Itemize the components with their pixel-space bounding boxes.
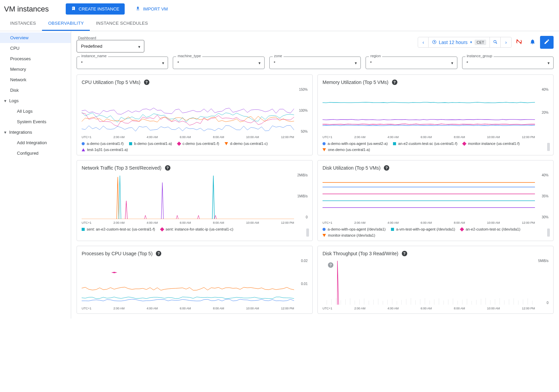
bookmark-plus-icon bbox=[71, 6, 76, 12]
legend-item[interactable]: monitor-instance (/dev/sda1) bbox=[323, 233, 375, 237]
time-prev-button[interactable]: ‹ bbox=[418, 37, 429, 48]
clock-icon bbox=[432, 40, 437, 45]
create-instance-button[interactable]: CREATE INSTANCE bbox=[66, 3, 125, 15]
legend-item[interactable]: test-1q31 (us-central1-a) bbox=[82, 148, 128, 152]
pencil-icon bbox=[544, 39, 550, 46]
legend-label: monitor-instance (/dev/sda1) bbox=[328, 233, 375, 237]
legend-item[interactable]: sent: an-e2-custom-test-sc (us-central1-… bbox=[82, 227, 155, 231]
filter-instance-group[interactable]: * bbox=[462, 57, 554, 69]
import-vm-button[interactable]: IMPORT VM bbox=[131, 3, 172, 15]
legend-label: an-e2-custom-test-sc (us-central1-f) bbox=[398, 141, 457, 146]
filter-region[interactable]: * bbox=[366, 57, 457, 69]
sidebar-item-system-events[interactable]: System Events bbox=[0, 116, 71, 127]
chart-card: CPU Utilization (Top 5 VMs)?150%100%50%U… bbox=[77, 74, 313, 155]
main: Dashboard Predefined ▼ ‹ L bbox=[71, 31, 559, 319]
chart-title: Memory Utilization (Top 5 VMs) bbox=[323, 80, 389, 85]
import-vm-label: IMPORT VM bbox=[143, 6, 168, 12]
sidebar-item-memory[interactable]: Memory bbox=[0, 64, 71, 74]
x-axis: UTC+12:00 AM4:00 AM6:00 AM8:00 AM10:00 A… bbox=[82, 221, 294, 224]
filter-label: machine_type bbox=[176, 54, 202, 58]
legend-marker-icon bbox=[82, 148, 85, 151]
legend-item[interactable]: c-demo (us-central1-f) bbox=[178, 141, 219, 146]
time-search-button[interactable] bbox=[490, 37, 501, 48]
tab-instance-schedules[interactable]: INSTANCE SCHEDULES bbox=[90, 17, 154, 31]
help-icon[interactable]: ? bbox=[156, 251, 161, 256]
chart-card: Network Traffic (Top 3 Sent/Received)?2M… bbox=[77, 160, 313, 241]
chart-plot[interactable]: ? bbox=[323, 259, 535, 305]
sidebar-group-integrations[interactable]: ▼ Integrations bbox=[0, 127, 71, 137]
legend-label: sent: instance-for-static-ip (us-central… bbox=[166, 227, 233, 231]
sidebar-item-disk[interactable]: Disk bbox=[0, 85, 71, 95]
sidebar-item-add-integration[interactable]: Add Integration bbox=[0, 137, 71, 148]
chevron-left-icon: ‹ bbox=[422, 40, 424, 45]
auto-refresh-off-button[interactable] bbox=[513, 36, 525, 48]
legend-marker-icon bbox=[323, 228, 326, 231]
sidebar-group-logs[interactable]: ▼ Logs bbox=[0, 95, 71, 106]
page-title: VM instances bbox=[4, 5, 49, 14]
scrollbar[interactable] bbox=[306, 228, 309, 237]
chart-plot[interactable] bbox=[323, 88, 535, 133]
legend-item[interactable]: a-vm-test-with-op-agent (/dev/sda1) bbox=[391, 227, 455, 231]
legend-item[interactable]: d-demo (us-central1-c) bbox=[225, 141, 268, 146]
legend-marker-icon bbox=[393, 142, 396, 145]
x-axis: UTC+12:00 AM4:00 AM6:00 AM8:00 AM10:00 A… bbox=[323, 307, 535, 310]
help-icon[interactable]: ? bbox=[384, 165, 389, 171]
filter-label: instance_name bbox=[80, 54, 108, 58]
legend-marker-icon bbox=[82, 228, 85, 231]
chart-plot[interactable] bbox=[323, 173, 535, 219]
chart-title: Network Traffic (Top 3 Sent/Received) bbox=[82, 165, 162, 171]
legend-item[interactable]: b-demo (us-central1-a) bbox=[129, 141, 172, 146]
legend-label: a-vm-test-with-op-agent (/dev/sda1) bbox=[396, 227, 455, 231]
sidebar-item-all-logs[interactable]: All Logs bbox=[0, 106, 71, 116]
sidebar-item-configured[interactable]: Configured bbox=[0, 148, 71, 158]
legend-item[interactable]: one-demo (us-central1-a) bbox=[323, 148, 370, 152]
refresh-off-icon bbox=[516, 39, 522, 46]
legend-item[interactable]: an-e2-custom-test-sc (us-central1-f) bbox=[393, 141, 457, 146]
filter-machine-type[interactable]: * bbox=[173, 57, 264, 69]
alert-button[interactable] bbox=[526, 36, 539, 48]
time-range-button[interactable]: Last 12 hours ▼ CET bbox=[429, 37, 490, 48]
scrollbar[interactable] bbox=[547, 228, 550, 237]
edit-button[interactable] bbox=[540, 36, 554, 49]
sidebar-item-network[interactable]: Network bbox=[0, 74, 71, 85]
x-axis: UTC+12:00 AM4:00 AM6:00 AM8:00 AM10:00 A… bbox=[82, 307, 294, 310]
tab-observability[interactable]: OBSERVABILITY bbox=[42, 17, 90, 31]
filter-zone[interactable]: * bbox=[269, 57, 361, 69]
chart-card: Disk Throughput (Top 3 Read/Write)??5MiB… bbox=[317, 246, 554, 314]
help-icon[interactable]: ? bbox=[144, 80, 149, 85]
legend-label: a-demo-with-ops-agent (/dev/sda1) bbox=[328, 227, 386, 231]
legend-item[interactable]: a-demo (us-central1-f) bbox=[82, 141, 124, 146]
chart-plot[interactable] bbox=[82, 173, 294, 219]
sidebar: Overview CPU Processes Memory Network Di… bbox=[0, 31, 71, 319]
legend-marker-icon bbox=[160, 227, 164, 232]
info-icon[interactable]: ? bbox=[328, 262, 333, 268]
y-axis: 150%100%50% bbox=[299, 88, 308, 133]
sidebar-item-cpu[interactable]: CPU bbox=[0, 43, 71, 53]
tab-instances[interactable]: INSTANCES bbox=[4, 17, 42, 31]
sidebar-item-processes[interactable]: Processes bbox=[0, 53, 71, 64]
filters: instance_name*▼ machine_type*▼ zone*▼ re… bbox=[77, 57, 554, 69]
filter-label: zone bbox=[273, 54, 284, 58]
legend-marker-icon bbox=[323, 142, 326, 145]
legend-item[interactable]: a-demo-with-ops-agent (/dev/sda1) bbox=[323, 227, 386, 231]
legend-item[interactable]: a-demo-with-ops-agent (us-west2-a) bbox=[323, 141, 388, 146]
legend-label: a-demo-with-ops-agent (us-west2-a) bbox=[328, 141, 388, 146]
help-icon[interactable]: ? bbox=[402, 251, 407, 256]
legend-item[interactable]: monitor-instance (us-central1-f) bbox=[463, 141, 520, 146]
time-next-button[interactable]: › bbox=[501, 37, 512, 48]
sidebar-item-overview[interactable]: Overview bbox=[0, 32, 71, 43]
y-axis: 2MiB/s1MiB/s0 bbox=[297, 173, 308, 219]
legend-marker-icon bbox=[323, 148, 326, 151]
x-axis: UTC+12:00 AM4:00 AM6:00 AM8:00 AM10:00 A… bbox=[323, 221, 535, 224]
help-icon[interactable]: ? bbox=[165, 165, 170, 171]
x-axis: UTC+12:00 AM4:00 AM6:00 AM8:00 AM10:00 A… bbox=[82, 135, 294, 139]
chart-plot[interactable] bbox=[82, 88, 294, 133]
legend-item[interactable]: an-e2-custom-test-sc (/dev/sda1) bbox=[460, 227, 520, 231]
scrollbar[interactable] bbox=[547, 143, 550, 151]
dashboard-select[interactable]: Predefined bbox=[77, 40, 144, 52]
chart-plot[interactable] bbox=[82, 259, 294, 305]
legend-item[interactable]: sent: instance-for-static-ip (us-central… bbox=[161, 227, 233, 231]
chart-card: Processes by CPU Usage (Top 5)?0.020.01U… bbox=[77, 246, 313, 314]
help-icon[interactable]: ? bbox=[392, 80, 397, 85]
filter-instance-name[interactable]: * bbox=[77, 57, 168, 69]
